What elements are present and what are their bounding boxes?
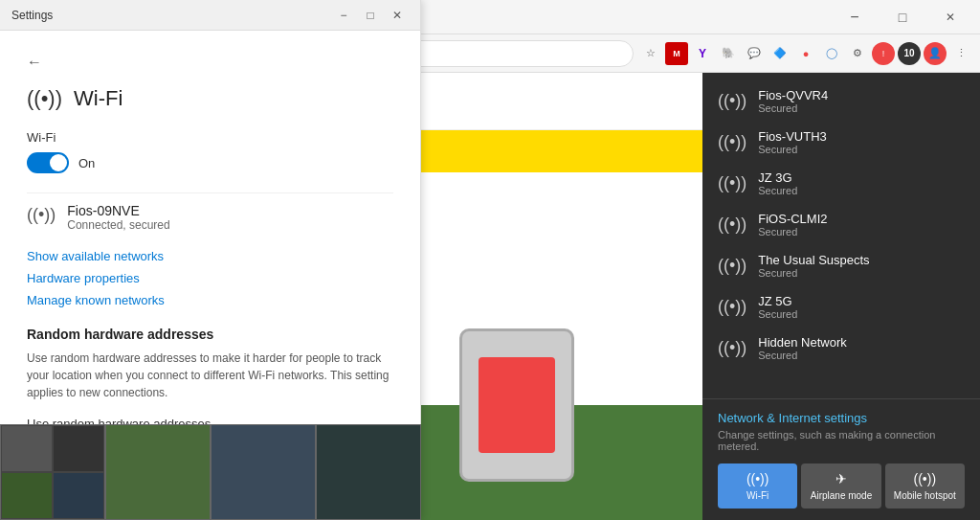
- thumb-4: [316, 424, 421, 520]
- wifi-network-fios-clmi2[interactable]: ((•)) FiOS-CLMI2 Secured: [702, 204, 980, 245]
- wifi-signal-icon: ((•)): [718, 132, 746, 152]
- wifi-page-title: Wi-Fi: [74, 86, 122, 111]
- settings-nav: ←: [27, 54, 393, 71]
- wifi-status: Secured: [758, 102, 965, 114]
- wifi-signal-icon: ((•)): [718, 91, 746, 111]
- wifi-network-panel: ((•)) Fios-QVVR4 Secured ((•)) Fios-VUTH…: [702, 73, 980, 520]
- wifi-info: FiOS-CLMI2 Secured: [758, 212, 965, 237]
- user-avatar[interactable]: 👤: [924, 42, 947, 65]
- wifi-quick-hotspot[interactable]: ((•)) Mobile hotspot: [885, 463, 965, 509]
- wifi-info: Fios-QVVR4 Secured: [758, 88, 965, 114]
- evernote-icon[interactable]: 🐘: [717, 42, 740, 65]
- wifi-toggle[interactable]: [27, 152, 69, 173]
- connected-network-item: ((•)) Fios-09NVE Connected, secured: [27, 192, 393, 241]
- wifi-status: Secured: [758, 144, 965, 155]
- manage-known-networks-link[interactable]: Manage known networks: [27, 293, 393, 307]
- hotspot-btn-label: Mobile hotspot: [894, 490, 956, 501]
- wifi-info: Fios-VUTH3 Secured: [758, 129, 965, 155]
- wifi-panel-footer: Network & Internet settings Change setti…: [702, 398, 980, 520]
- hardware-properties-link[interactable]: Hardware properties: [27, 271, 393, 285]
- wifi-name: Fios-QVVR4: [758, 88, 965, 102]
- show-available-networks-link[interactable]: Show available networks: [27, 249, 393, 263]
- wifi-status: Secured: [758, 350, 965, 361]
- wifi-signal-icon: ((•)): [718, 173, 746, 193]
- wifi-btn-label: Wi-Fi: [746, 490, 768, 501]
- settings-titlebar: Settings − □ ✕: [0, 0, 420, 31]
- network-internet-settings-link[interactable]: Network & Internet settings: [718, 411, 965, 425]
- wifi-info: The Usual Suspects Secured: [758, 253, 965, 279]
- wifi-toggle-row: On: [27, 152, 393, 173]
- random-hw-title: Random hardware addresses: [27, 327, 393, 342]
- wifi-status: Secured: [758, 185, 965, 196]
- settings-close-button[interactable]: ✕: [386, 5, 409, 26]
- settings-window-controls: − □ ✕: [332, 5, 409, 26]
- wifi-section-label: Wi-Fi: [27, 130, 393, 145]
- tool4-icon[interactable]: ⚙: [846, 42, 869, 65]
- airplane-icon: ✈: [835, 471, 847, 486]
- tablet-screen: [479, 357, 555, 453]
- restore-button[interactable]: □: [880, 2, 924, 33]
- window-controls: − □ ✕: [833, 2, 972, 33]
- wifi-info: JZ 5G Secured: [758, 294, 965, 320]
- settings-panel: Settings − □ ✕ ← ((•)) Wi-Fi Wi-Fi On ((…: [0, 0, 421, 520]
- wifi-status: Secured: [758, 226, 965, 237]
- tablet-image: [459, 328, 574, 482]
- wifi-large-icon: ((•)): [27, 86, 62, 111]
- wifi-status: Secured: [758, 308, 965, 320]
- hotspot-icon: ((•)): [914, 471, 937, 486]
- wifi-quick-wifi[interactable]: ((•)) Wi-Fi: [718, 463, 797, 509]
- thumb-cell: [1, 472, 53, 519]
- wifi-name: Hidden Network: [758, 335, 965, 350]
- wifi-signal-icon: ((•)): [718, 297, 746, 317]
- tool6-icon[interactable]: 10: [898, 42, 921, 65]
- wifi-network-usual-suspects[interactable]: ((•)) The Usual Suspects Secured: [702, 245, 980, 286]
- wifi-signal-icon: ((•)): [718, 338, 746, 358]
- random-hw-description: Use random hardware addresses to make it…: [27, 350, 393, 401]
- extensions-icon[interactable]: M: [665, 42, 688, 65]
- toggle-knob: [50, 154, 67, 171]
- connected-network-status: Connected, secured: [67, 218, 169, 232]
- minimize-button[interactable]: −: [833, 2, 877, 33]
- thumb-2: [105, 424, 211, 520]
- wifi-name: FiOS-CLMI2: [758, 212, 965, 226]
- thumb-cell: [1, 425, 53, 472]
- thumb-3: [211, 424, 316, 520]
- wifi-network-jz3g[interactable]: ((•)) JZ 3G Secured: [702, 163, 980, 204]
- settings-back-button[interactable]: ←: [27, 54, 42, 71]
- connected-network-info: Fios-09NVE Connected, secured: [67, 203, 169, 232]
- settings-restore-button[interactable]: □: [359, 5, 382, 26]
- wifi-signal-icon: ((•)): [718, 256, 746, 276]
- tool2-icon[interactable]: ●: [794, 42, 817, 65]
- wifi-network-list: ((•)) Fios-QVVR4 Secured ((•)) Fios-VUTH…: [702, 73, 980, 398]
- wifi-network-jz5g[interactable]: ((•)) JZ 5G Secured: [702, 286, 980, 328]
- messenger-icon[interactable]: 💬: [743, 42, 766, 65]
- wifi-network-hidden[interactable]: ((•)) Hidden Network Secured: [702, 328, 980, 369]
- wifi-quick-actions: ((•)) Wi-Fi ✈ Airplane mode ((•)) Mobile…: [718, 463, 965, 509]
- browser-toolbar-icons: ☆ M Y 🐘 💬 🔷 ● ◯ ⚙ ! 10 👤 ⋮: [639, 42, 972, 65]
- tool3-icon[interactable]: ◯: [820, 42, 843, 65]
- wifi-info: Hidden Network Secured: [758, 335, 965, 361]
- wifi-info: JZ 3G Secured: [758, 170, 965, 196]
- tool5-icon[interactable]: !: [872, 42, 895, 65]
- wifi-network-fios-vuth3[interactable]: ((•)) Fios-VUTH3 Secured: [702, 122, 980, 163]
- settings-minimize-button[interactable]: −: [332, 5, 355, 26]
- wifi-icon: ((•)): [746, 471, 769, 486]
- airplane-btn-label: Airplane mode: [811, 490, 872, 501]
- close-button[interactable]: ✕: [928, 2, 972, 33]
- toggle-on-label: On: [78, 156, 95, 170]
- tool1-icon[interactable]: 🔷: [768, 42, 791, 65]
- connected-network-name: Fios-09NVE: [67, 203, 169, 218]
- wifi-settings-description: Change settings, such as making a connec…: [718, 429, 965, 452]
- settings-title: Settings: [11, 9, 53, 22]
- thumb-1: [0, 424, 105, 520]
- connected-wifi-icon: ((•)): [27, 205, 56, 225]
- bookmark-icon[interactable]: ☆: [639, 42, 662, 65]
- wifi-name: JZ 3G: [758, 170, 965, 185]
- thumb-cell: [53, 425, 104, 472]
- wifi-quick-airplane[interactable]: ✈ Airplane mode: [801, 463, 880, 509]
- bottom-images: [0, 424, 421, 520]
- menu-button[interactable]: ⋮: [949, 42, 972, 65]
- yahoo-icon[interactable]: Y: [691, 42, 714, 65]
- wifi-network-fios-qvvr4[interactable]: ((•)) Fios-QVVR4 Secured: [702, 80, 980, 122]
- wifi-name: Fios-VUTH3: [758, 129, 965, 144]
